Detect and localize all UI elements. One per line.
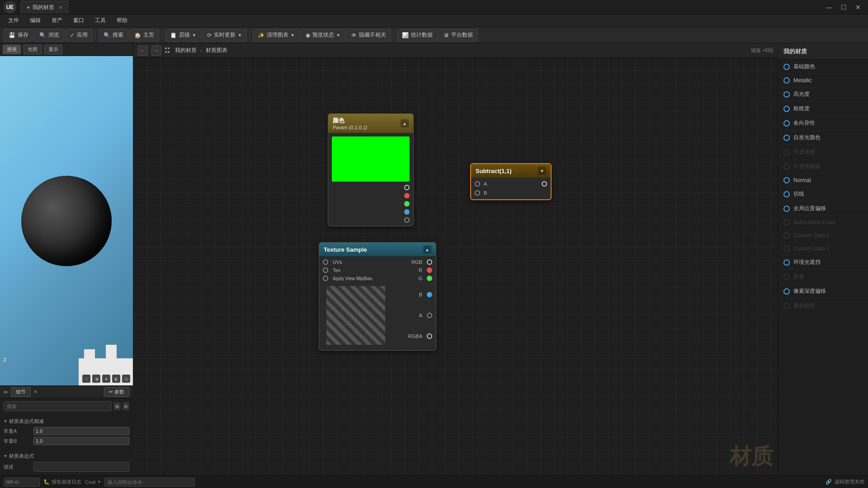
texture-b-output-pin[interactable] (427, 292, 432, 297)
texture-tex-input-pin[interactable] (323, 267, 328, 273)
menu-file[interactable]: 文件 (4, 16, 24, 25)
texture-g-output-pin[interactable] (427, 276, 432, 281)
subtract-node[interactable]: Subtract(1,1) ▼ A B (470, 163, 552, 200)
pin-blue-output[interactable] (404, 209, 410, 215)
clean-button[interactable]: ✨ 清理图表 ▼ (253, 29, 300, 42)
tab-close-icon[interactable]: ✕ (59, 5, 62, 10)
back-button[interactable]: ← (138, 46, 148, 56)
prop-roughness[interactable]: 粗糙度 (778, 102, 868, 116)
vp-icon-3[interactable]: ● (102, 375, 110, 383)
home-button[interactable]: 🏠 主页 (129, 29, 159, 42)
subtract-node-header[interactable]: Subtract(1,1) ▼ (471, 164, 551, 178)
description-input[interactable] (33, 462, 129, 472)
cmd-button[interactable]: Cmd ▼ (85, 479, 101, 485)
maximize-button[interactable]: ☐ (837, 1, 850, 14)
stats-button[interactable]: 📊 统计数据 (397, 29, 438, 42)
pin-white-output[interactable] (404, 185, 410, 190)
vp-icon-1[interactable]: ○ (82, 375, 90, 383)
texture-node-collapse[interactable]: ▲ (423, 245, 431, 253)
tab-bar: ● 我的材质 ✕ (21, 0, 68, 14)
forward-button[interactable]: → (151, 46, 161, 56)
texture-a-output-pin[interactable] (427, 313, 432, 318)
texture-node-header[interactable]: Texture Sample ▲ (319, 243, 436, 256)
pin-gray-output[interactable] (404, 217, 410, 223)
crash-log-button[interactable]: 🐛 报告崩溃日志 (43, 479, 81, 485)
texture-r-output-pin[interactable] (427, 267, 432, 273)
prop-opacity[interactable]: 不透明度 (778, 145, 868, 160)
grid-view-icon[interactable]: ⊞ (113, 402, 120, 410)
save-button[interactable]: 💾 保存 (4, 29, 33, 42)
prop-base-color[interactable]: 基础颜色 (778, 60, 868, 74)
prop-highlight[interactable]: 高光度 (778, 87, 868, 102)
prop-emissive[interactable]: 自发光颜色 (778, 131, 868, 145)
realtime-button[interactable]: ⟳ 实时更新 ▼ (202, 29, 247, 42)
apply-button[interactable]: ✓ 应用 (65, 29, 93, 42)
subtract-pin-b-input[interactable] (475, 190, 480, 196)
clean-icon: ✨ (258, 32, 264, 38)
hide-label: 隐藏不相关 (359, 31, 386, 39)
close-button[interactable]: ✕ (852, 1, 864, 14)
preview-state-button[interactable]: ◉ 预览状态 ▼ (301, 29, 345, 42)
color-node-collapse[interactable]: ▲ (401, 119, 409, 127)
const-a-input[interactable] (33, 427, 129, 435)
zoom-level: 缩放 +5回 (751, 47, 773, 54)
prop-world-offset[interactable]: 全局位置偏移 (778, 202, 868, 216)
prop-subsurface-color[interactable]: Subsurface Color (778, 216, 868, 229)
details-close-icon[interactable]: ✕ (33, 389, 38, 395)
breadcrumb-root[interactable]: 我的材质 (175, 47, 197, 54)
lighting-button[interactable]: 光照 (24, 45, 42, 54)
pin-red-output[interactable] (404, 193, 410, 198)
prop-custom-data-1[interactable]: Custom Data 1 (778, 242, 868, 255)
prop-normal[interactable]: Normal (778, 174, 868, 187)
menu-window[interactable]: 窗口 (69, 16, 89, 25)
menu-help[interactable]: 帮助 (112, 16, 132, 25)
prop-tangent[interactable]: 切线 (778, 187, 868, 202)
subtract-node-collapse[interactable]: ▼ (538, 167, 546, 175)
vp-icon-5[interactable]: ◎ (122, 375, 130, 383)
prop-opacity-mask[interactable]: 不透明蒙版 (778, 160, 868, 174)
prop-refraction[interactable]: 折射 (778, 270, 868, 284)
texture-rgba-output-pin[interactable] (427, 333, 432, 339)
realtime-label: 实时更新 (214, 31, 236, 39)
pin-green-output[interactable] (404, 201, 410, 206)
menu-edit[interactable]: 编辑 (25, 16, 45, 25)
display-button[interactable]: 显示 (44, 45, 62, 54)
minimize-button[interactable]: — (823, 1, 835, 14)
color-node-title: 颜色 (333, 117, 367, 125)
layer-button[interactable]: 📋 层级 ▼ (165, 29, 201, 42)
prop-ao[interactable]: 环境光遮挡 (778, 255, 868, 270)
details-tab[interactable]: 细节 (11, 387, 31, 397)
param-tab[interactable]: ✏ 参数 (104, 387, 129, 397)
material-tab[interactable]: ● 我的材质 ✕ (21, 1, 68, 14)
color-node-header[interactable]: 颜色 Param (0,1,0,1) ▲ (328, 114, 413, 133)
perspective-button[interactable]: 透视 (3, 45, 21, 54)
subtract-output-pin[interactable] (542, 181, 547, 187)
hide-irrelevant-button[interactable]: 👁 隐藏不相关 (346, 29, 391, 42)
texture-mip-input-pin[interactable] (323, 276, 328, 281)
vp-icon-2[interactable]: ◑ (92, 375, 100, 383)
material-expr-header2[interactable]: ▼ 材质表达式 (4, 451, 129, 461)
search-button[interactable]: 🔍 搜索 (99, 29, 128, 42)
texture-sample-node[interactable]: Texture Sample ▲ UVs RGB Tex R (319, 242, 436, 351)
texture-rgb-output-pin[interactable] (427, 259, 432, 265)
const-b-input[interactable] (33, 437, 129, 445)
prop-anisotropy[interactable]: 各向异性 (778, 116, 868, 131)
browse-button[interactable]: 🔍 浏览 (34, 29, 64, 42)
settings-icon[interactable]: ⚙ (123, 402, 129, 410)
prop-metallic[interactable]: Metallic (778, 74, 868, 87)
prop-pixel-depth-offset[interactable]: 像素深度偏移 (778, 284, 868, 299)
console-input[interactable] (104, 478, 195, 487)
texture-uvs-input-pin[interactable] (323, 259, 328, 265)
breadcrumb-current[interactable]: 材质图表 (206, 47, 227, 54)
material-editor-canvas[interactable]: ← → 我的材质 › 材质图表 缩放 +5回 (133, 43, 778, 475)
details-search-input[interactable] (4, 401, 112, 411)
vp-icon-4[interactable]: ◐ (112, 375, 120, 383)
color-node[interactable]: 颜色 Param (0,1,0,1) ▲ (328, 113, 414, 226)
menu-assets[interactable]: 资产 (47, 16, 67, 25)
prop-custom-data-0[interactable]: Custom Data 0 (778, 229, 868, 242)
subtract-pin-a-input[interactable] (475, 181, 480, 187)
material-expr-header[interactable]: ▼ 材质表达式相减 (4, 417, 129, 426)
menu-tools[interactable]: 工具 (90, 16, 110, 25)
prop-shading-model[interactable]: 着色模型 (778, 299, 868, 313)
platform-button[interactable]: 🖥 平台数据 (439, 29, 478, 42)
